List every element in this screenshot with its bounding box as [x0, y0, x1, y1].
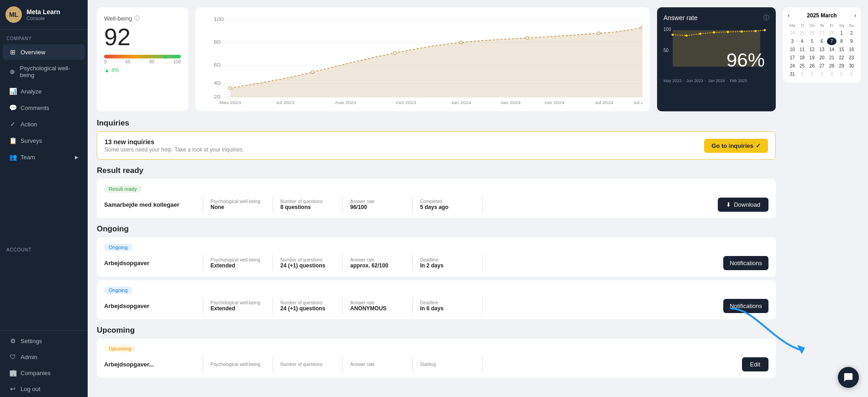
notifications-button-2[interactable]: Notifications — [723, 299, 768, 313]
cal-day-header-ma: Ma — [788, 22, 797, 29]
chat-bubble-button[interactable] — [838, 367, 859, 388]
cal-day[interactable]: 4 — [798, 37, 807, 45]
cal-day[interactable]: 16 — [847, 46, 856, 53]
cal-day[interactable]: 13 — [817, 46, 827, 53]
wellbeing-info-icon[interactable]: ⓘ — [134, 15, 140, 22]
cal-day[interactable]: 21 — [827, 54, 836, 62]
cal-day[interactable]: 28 — [827, 29, 836, 37]
cal-day[interactable]: 28 — [827, 62, 836, 70]
svg-text:50: 50 — [663, 48, 669, 53]
cal-day[interactable]: 24 — [788, 29, 797, 37]
sidebar-item-surveys[interactable]: 📋 Surveys — [3, 133, 85, 148]
survey-meta-nq: Number of questions 8 questions — [280, 199, 335, 210]
cal-day[interactable]: 20 — [817, 54, 827, 62]
ongoing-badge-1: Ongoing — [104, 244, 132, 251]
cal-day[interactable]: 1 — [798, 70, 807, 78]
cal-day[interactable]: 23 — [847, 54, 856, 62]
download-button[interactable]: ⬇ Download — [718, 198, 768, 212]
cal-day[interactable]: 22 — [837, 54, 847, 62]
svg-text:Oct 2023: Oct 2023 — [396, 100, 416, 104]
sidebar-item-companies[interactable]: 🏢 Companies — [3, 365, 85, 381]
survey-meta-nq-up: Number of questions — [280, 362, 335, 367]
sidebar-item-psychological-wellbeing[interactable]: ⊕ Psychological well-being — [3, 61, 85, 83]
cal-day[interactable]: 30 — [847, 62, 856, 70]
cal-day[interactable]: 10 — [788, 46, 797, 53]
cal-day[interactable]: 9 — [847, 37, 856, 45]
team-icon: 👥 — [9, 153, 16, 161]
sidebar-item-analyze[interactable]: 📊 Analyze — [3, 84, 85, 99]
cal-day[interactable]: 5 — [837, 70, 847, 78]
cal-day[interactable]: 3 — [817, 70, 827, 78]
notifications-button-1[interactable]: Notifications — [723, 256, 768, 270]
sidebar-item-admin[interactable]: 🛡 Admin — [3, 349, 85, 365]
cal-day[interactable]: 6 — [847, 70, 856, 78]
survey-row-ongoing-2: Arbejdsopgaver Psychological well-being … — [104, 298, 768, 314]
go-to-inquiries-button[interactable]: Go to inquiries ✓ — [704, 139, 768, 153]
survey-meta-dl-up: Starting — [420, 362, 475, 367]
checkmark-icon: ✓ — [756, 142, 761, 149]
svg-point-13 — [459, 41, 463, 44]
survey-name-upcoming: Arbejdsopgaver... — [104, 361, 195, 368]
sidebar-item-comments[interactable]: 💬 Comments — [3, 100, 85, 115]
cal-day[interactable]: 24 — [788, 62, 797, 70]
ongoing-section-title: Ongoing — [97, 225, 776, 234]
cal-day[interactable]: 26 — [807, 62, 817, 70]
sidebar-item-action[interactable]: ✓ Action — [3, 116, 85, 132]
cal-day[interactable]: 2 — [847, 29, 856, 37]
cal-day-today[interactable]: 7 — [827, 37, 836, 45]
cal-day[interactable]: 25 — [798, 29, 807, 37]
sidebar-item-label: Log out — [21, 386, 40, 392]
cal-day[interactable]: 26 — [807, 29, 817, 37]
cal-day[interactable]: 19 — [807, 54, 817, 62]
cal-day[interactable]: 5 — [807, 37, 817, 45]
sidebar-item-logout[interactable]: ↩ Log out — [3, 381, 85, 397]
cal-day[interactable]: 15 — [837, 46, 847, 53]
cal-day[interactable]: 14 — [827, 46, 836, 53]
calendar-next-button[interactable]: › — [854, 12, 856, 19]
cal-day[interactable]: 18 — [798, 54, 807, 62]
chat-icon — [843, 372, 853, 382]
edit-button[interactable]: Edit — [742, 357, 768, 371]
divider — [203, 196, 203, 213]
cal-day[interactable]: 3 — [788, 37, 797, 45]
svg-point-30 — [685, 35, 688, 37]
sidebar-item-label: Companies — [21, 370, 51, 376]
svg-point-32 — [713, 31, 715, 34]
answer-rate-title: Answer rate — [663, 14, 698, 21]
company-section-label: COMPANY — [0, 30, 88, 44]
sidebar-item-overview[interactable]: ⊞ Overview — [3, 44, 85, 60]
cal-day[interactable]: 1 — [837, 29, 847, 37]
answer-rate-header: Answer rate ⓘ — [663, 14, 769, 22]
settings-icon: ⚙ — [9, 337, 16, 345]
ongoing-card-2: Ongoing Arbejdsopgaver Psychological wel… — [97, 280, 776, 319]
cal-day[interactable]: 8 — [837, 37, 847, 45]
svg-point-36 — [763, 29, 766, 31]
cal-day[interactable]: 17 — [788, 54, 797, 62]
survey-meta-ar-2: Answer rate ANONYMOUS — [350, 300, 405, 312]
analyze-icon: 📊 — [9, 88, 16, 95]
answer-rate-info-icon[interactable]: ⓘ — [763, 14, 769, 22]
inquiries-section-title: Inquiries — [97, 119, 776, 128]
cal-day[interactable]: 29 — [837, 62, 847, 70]
cal-day[interactable]: 25 — [798, 62, 807, 70]
answer-rate-chart: 100 50 — [663, 26, 769, 76]
app-name: Meta Learn — [26, 8, 60, 16]
admin-icon: 🛡 — [9, 353, 16, 360]
calendar-prev-button[interactable]: ‹ — [788, 12, 789, 19]
cal-day[interactable]: 27 — [817, 62, 827, 70]
cal-day-header-on: On — [807, 22, 817, 29]
sidebar-item-settings[interactable]: ⚙ Settings — [3, 333, 85, 349]
survey-meta-ar-up: Answer rate — [350, 362, 405, 367]
cal-day[interactable]: 6 — [817, 37, 827, 45]
sidebar-item-team[interactable]: 👥 Team ▶ — [3, 149, 85, 165]
download-icon: ⬇ — [726, 201, 731, 208]
cal-day[interactable]: 2 — [807, 70, 817, 78]
cal-day[interactable]: 12 — [807, 46, 817, 53]
cal-day[interactable]: 31 — [788, 70, 797, 78]
calendar-grid: Ma Ti On To Fr Sa Su 24 25 26 27 28 1 2 — [788, 22, 856, 78]
cal-day[interactable]: 11 — [798, 46, 807, 53]
result-ready-card: Result ready Samarbejde med kollegaer Ps… — [97, 179, 776, 218]
cal-day[interactable]: 4 — [827, 70, 836, 78]
cal-day[interactable]: 27 — [817, 29, 827, 37]
wellbeing-bar — [104, 55, 181, 58]
